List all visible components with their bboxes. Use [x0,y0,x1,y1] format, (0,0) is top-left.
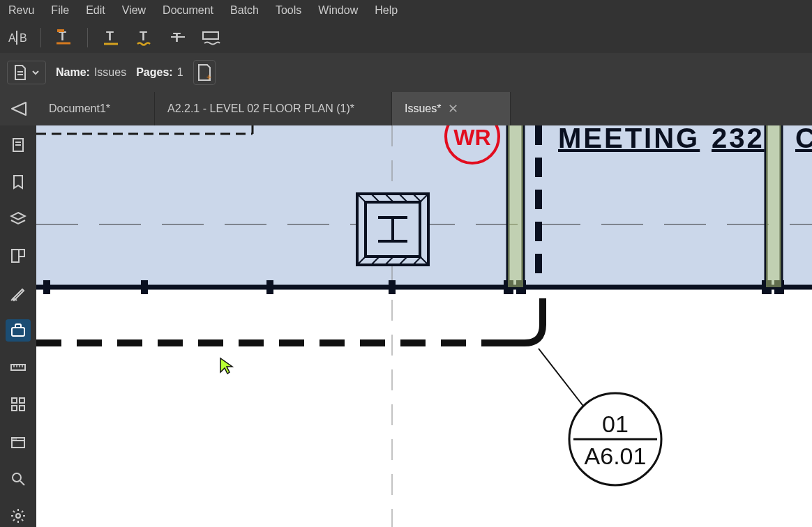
wr-label: WR [453,125,490,150]
sets-icon[interactable] [6,431,31,452]
search-icon[interactable] [6,468,31,489]
svg-rect-13 [17,74,23,75]
strikethrough-icon[interactable]: T [167,27,188,48]
underline-text-icon[interactable]: T [100,27,121,48]
room-name: MEETING [558,125,700,153]
document-tabs: Document1* A2.2.1 - LEVEL 02 FLOOR PLAN … [0,92,812,125]
svg-point-33 [15,438,17,440]
svg-point-32 [13,438,15,440]
toolbar-divider [87,28,88,47]
tab-back-button[interactable] [0,92,36,125]
svg-rect-46 [266,280,273,294]
document-icon [13,64,27,81]
tab-document1[interactable]: Document1* [36,92,155,125]
svg-rect-38 [36,289,812,527]
svg-text:A: A [8,32,16,44]
room-partial: C [795,125,812,153]
svg-rect-21 [11,365,25,370]
menu-edit[interactable]: Edit [86,4,105,17]
tab-label: Document1* [49,102,110,115]
compare-text-icon[interactable]: A B [7,27,28,48]
name-value: Issues [94,66,126,79]
tab-label: A2.2.1 - LEVEL 02 FLOOR PLAN (1)* [167,102,354,115]
svg-rect-54 [508,125,523,287]
tab-issues[interactable]: Issues* ✕ [392,92,511,125]
svg-line-35 [20,481,24,485]
close-icon[interactable]: ✕ [448,101,458,116]
svg-text:+: + [206,72,211,82]
add-page-button[interactable]: + [193,60,216,85]
menu-window[interactable]: Window [318,4,358,17]
menu-document[interactable]: Document [163,4,213,17]
tab-label: Issues* [405,102,441,115]
callout-top: 01 [602,411,629,437]
cursor-icon [219,357,234,378]
svg-rect-28 [12,406,17,411]
menu-view[interactable]: View [122,4,146,17]
svg-text:T: T [106,29,114,43]
section-callout: 01 A6.01 [569,393,661,485]
highlight-text-icon[interactable]: T [54,27,75,48]
tab-floorplan[interactable]: A2.2.1 - LEVEL 02 FLOOR PLAN (1)* [155,92,392,125]
bookmarks-icon[interactable] [6,171,31,192]
spaces-icon[interactable] [6,245,31,267]
svg-rect-18 [12,250,19,262]
svg-text:T: T [140,29,147,43]
drawing-canvas[interactable]: WR [36,125,812,527]
menu-bar: Revu File Edit View Document Batch Tools… [0,0,812,21]
menu-batch[interactable]: Batch [230,4,259,17]
toolchest-icon[interactable] [6,319,31,341]
menu-help[interactable]: Help [375,4,398,17]
room-number: 232 [712,125,765,153]
text-toolbar: A B T T T T [0,21,812,53]
measurements-icon[interactable] [6,357,31,379]
name-label: Name: [56,66,90,79]
floor-plan-drawing: WR [36,125,812,527]
svg-rect-44 [43,280,50,294]
chevron-down-icon [31,68,40,77]
svg-rect-45 [141,280,148,294]
svg-point-36 [16,514,20,518]
svg-rect-19 [19,250,24,257]
svg-rect-20 [12,328,24,336]
document-properties-bar: Name: Issues Pages: 1 + [0,53,812,92]
svg-rect-26 [12,398,17,403]
left-sidebar [0,125,36,527]
insert-text-icon[interactable] [201,27,222,48]
svg-rect-12 [17,71,23,72]
column-detail-symbol [357,194,428,265]
svg-text:B: B [20,32,27,44]
settings-icon[interactable] [6,505,31,527]
svg-rect-11 [203,32,218,39]
main-area: WR [0,125,812,527]
signatures-icon[interactable] [6,282,31,304]
svg-rect-27 [20,398,24,403]
toolbar-divider [40,28,41,47]
menu-revu[interactable]: Revu [8,4,34,17]
menu-tools[interactable]: Tools [276,4,301,17]
file-access-icon[interactable] [6,134,31,155]
svg-point-34 [13,473,21,482]
thumbnails-icon[interactable] [6,394,31,415]
svg-rect-57 [766,125,781,287]
pages-label: Pages: [136,66,172,79]
callout-bottom: A6.01 [585,443,647,469]
squiggle-underline-icon[interactable]: T [134,27,155,48]
svg-rect-47 [389,280,396,294]
svg-rect-29 [20,406,24,411]
pages-value: 1 [177,66,183,79]
layers-icon[interactable] [6,208,31,230]
document-dropdown[interactable] [7,61,46,84]
menu-file[interactable]: File [51,4,69,17]
